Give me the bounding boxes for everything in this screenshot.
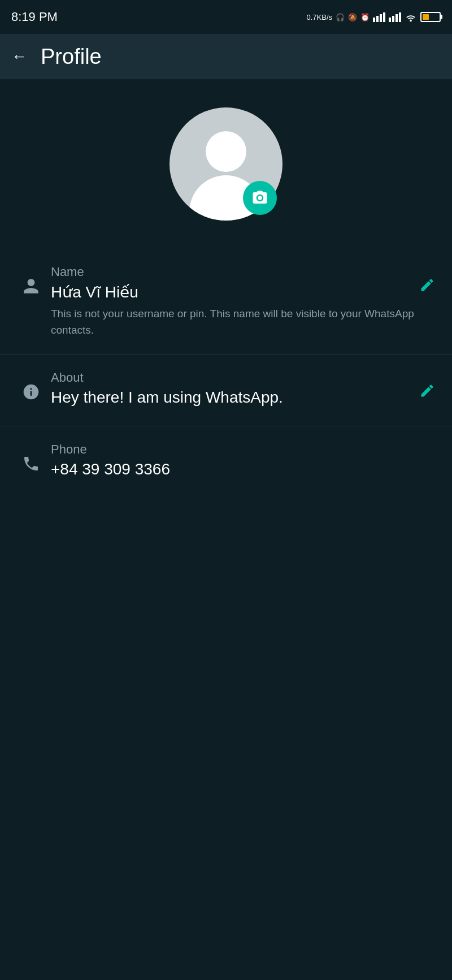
name-label: Name <box>51 265 419 279</box>
speed-indicator: 0.7KB/s <box>306 13 332 21</box>
status-time: 8:19 PM <box>11 10 58 24</box>
battery-icon <box>420 12 441 22</box>
name-row: Name Hứa Vĩ Hiếu This is not your userna… <box>0 249 452 355</box>
phone-row: Phone +84 39 309 3366 <box>0 426 452 498</box>
svg-rect-3 <box>383 12 385 22</box>
name-edit-button[interactable] <box>419 265 435 293</box>
svg-rect-4 <box>389 18 391 22</box>
about-value: Hey there! I am using WhatsApp. <box>51 388 419 407</box>
mute-icon: 🔕 <box>348 13 357 21</box>
person-head <box>206 131 246 172</box>
phone-icon <box>22 455 40 473</box>
about-label: About <box>51 370 419 385</box>
signal-icon-2 <box>389 12 401 22</box>
signal-icon <box>373 12 385 22</box>
camera-button[interactable] <box>243 181 277 215</box>
phone-label: Phone <box>51 442 435 457</box>
camera-icon <box>251 189 268 206</box>
profile-content: Name Hứa Vĩ Hiếu This is not your userna… <box>0 243 452 503</box>
wifi-icon <box>405 12 417 22</box>
back-button[interactable]: ← <box>11 48 27 66</box>
headphone-icon: 🎧 <box>336 13 345 21</box>
about-content: About Hey there! I am using WhatsApp. <box>45 370 419 410</box>
page-title: Profile <box>41 45 102 69</box>
alarm-icon: ⏰ <box>360 13 370 21</box>
status-icons: 0.7KB/s 🎧 🔕 ⏰ <box>306 12 441 22</box>
app-bar: ← Profile <box>0 34 452 79</box>
info-icon-container <box>17 370 45 401</box>
name-value: Hứa Vĩ Hiếu <box>51 283 419 301</box>
svg-rect-0 <box>373 18 375 22</box>
person-icon <box>22 277 40 295</box>
avatar-section <box>0 79 452 243</box>
name-subtext: This is not your username or pin. This n… <box>51 306 419 338</box>
avatar-container <box>169 107 282 221</box>
svg-rect-1 <box>376 16 379 22</box>
about-row: About Hey there! I am using WhatsApp. <box>0 355 452 426</box>
phone-content: Phone +84 39 309 3366 <box>45 442 435 482</box>
name-content: Name Hứa Vĩ Hiếu This is not your userna… <box>45 265 419 338</box>
status-bar: 8:19 PM 0.7KB/s 🎧 🔕 ⏰ <box>0 0 452 34</box>
edit-icon <box>419 277 435 293</box>
about-edit-button[interactable] <box>419 370 435 399</box>
phone-icon-container <box>17 442 45 473</box>
edit-about-icon <box>419 383 435 399</box>
svg-rect-7 <box>399 12 401 22</box>
info-icon <box>22 383 40 401</box>
person-icon-container <box>17 265 45 295</box>
svg-rect-5 <box>392 16 394 22</box>
phone-value: +84 39 309 3366 <box>51 460 435 478</box>
svg-rect-2 <box>380 14 382 22</box>
svg-rect-6 <box>395 14 398 22</box>
